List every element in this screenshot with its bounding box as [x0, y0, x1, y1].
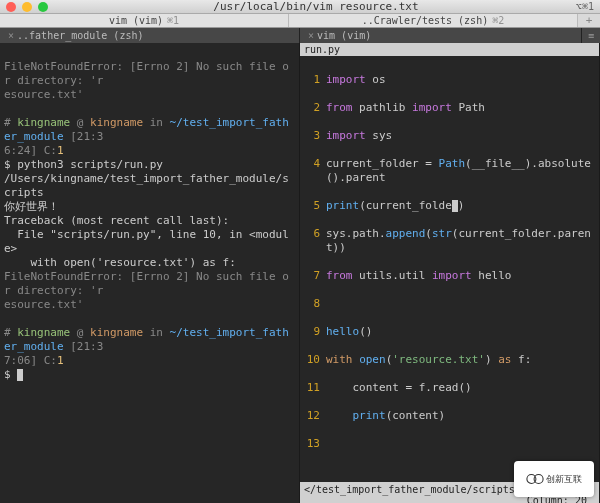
close-tab-icon[interactable]: ×: [308, 30, 314, 41]
close-tab-icon[interactable]: ×: [8, 30, 14, 41]
main-tab-bar: vim (vim) ⌘1 ..Crawler/tests (zsh) ⌘2 +: [0, 14, 600, 28]
watermark-logo: 创新互联: [514, 461, 594, 497]
inner-tab-label: vim (vim): [317, 30, 371, 41]
pane-runpy[interactable]: run.py 1import os 2from pathlib import P…: [300, 43, 600, 503]
tab-crawler[interactable]: ..Crawler/tests (zsh) ⌘2: [289, 14, 578, 27]
hamburger-icon[interactable]: ≡: [582, 28, 600, 43]
close-icon[interactable]: [6, 2, 16, 12]
tab-label: vim (vim): [109, 15, 163, 26]
inner-tab-left[interactable]: × ..father_module (zsh): [0, 28, 300, 43]
tab-label: ..Crawler/tests (zsh): [362, 15, 488, 26]
inner-tab-label: ..father_module (zsh): [17, 30, 143, 41]
tab-vim[interactable]: vim (vim) ⌘1: [0, 14, 289, 27]
window-titlebar: /usr/local/bin/vim resource.txt ⌥⌘1: [0, 0, 600, 14]
terminal-output: FileNotFoundError: [Errno 2] No such fil…: [0, 43, 299, 503]
watermark-text: 创新互联: [546, 473, 582, 486]
window-shortcut: ⌥⌘1: [576, 1, 594, 12]
filename-bar: run.py: [300, 43, 599, 56]
pane-terminal[interactable]: FileNotFoundError: [Errno 2] No such fil…: [0, 43, 300, 503]
window-title: /usr/local/bin/vim resource.txt: [56, 0, 576, 13]
inner-tab-right[interactable]: × vim (vim): [300, 28, 582, 43]
zoom-icon[interactable]: [38, 2, 48, 12]
tab-shortcut: ⌘2: [492, 15, 504, 26]
minimize-icon[interactable]: [22, 2, 32, 12]
inner-tab-bar-top: × ..father_module (zsh) × vim (vim) ≡: [0, 28, 600, 43]
status-path: </test_import_father_module/scripts: [304, 484, 515, 503]
tab-shortcut: ⌘1: [167, 15, 179, 26]
new-tab-button[interactable]: +: [578, 14, 600, 27]
code-editor[interactable]: 1import os 2from pathlib import Path 3im…: [300, 56, 599, 482]
